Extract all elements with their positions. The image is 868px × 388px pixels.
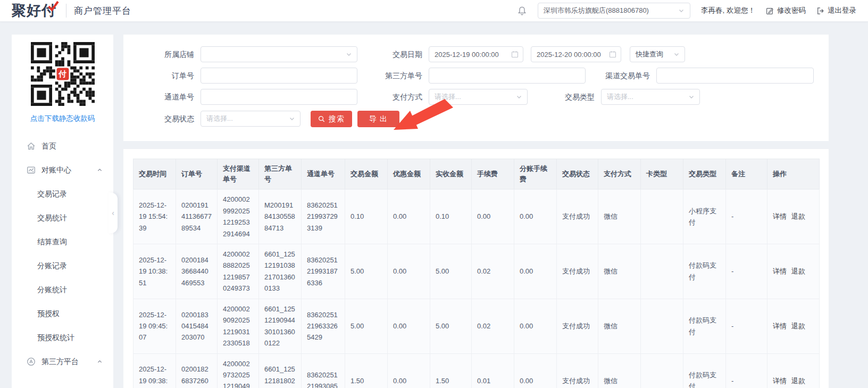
sidebar-menu: 首页对账中心交易记录交易统计结算查询分账记录分账统计预授权预授权统计第三方平台 (12, 134, 113, 374)
cell-tunnel-no: 83620251219633265429 (302, 299, 345, 353)
sidebar-item-reconcile-center[interactable]: 对账中心 (12, 158, 113, 182)
trade-type-select[interactable]: 请选择... (601, 89, 700, 105)
column-header: 卡类型 (641, 159, 683, 189)
cell-pay-channel-no: 4200002909202512190312330518 (218, 299, 259, 353)
date-to-value: 2025-12-20 00:00:00 (537, 51, 601, 59)
sidebar-item-label: 第三方平台 (41, 357, 79, 367)
logo-checkmark-icon (47, 0, 60, 13)
trade-status-select[interactable]: 请选择... (201, 111, 301, 127)
cell-split-fee: 0.00 (514, 189, 557, 244)
detail-link[interactable]: 详情 (773, 322, 787, 330)
cell-pay-channel-no: 4200002999202512192532914694 (218, 189, 259, 244)
detail-link[interactable]: 详情 (773, 377, 787, 385)
third-party-icon (27, 357, 36, 366)
trade-type-label: 交易类型 (522, 89, 595, 105)
column-header: 优惠金额 (388, 159, 430, 189)
date-from-input[interactable]: 2025-12-19 00:00:00 (429, 46, 523, 62)
chevron-down-icon (516, 94, 522, 100)
search-button[interactable]: 搜索 (311, 111, 352, 127)
cell-discount: 0.00 (388, 353, 430, 388)
cell-discount: 0.00 (388, 189, 430, 244)
cell-third-party-no: M2001918413055884713 (259, 189, 302, 244)
table-row: 2025-12-19 10:38:51020018436684404695534… (133, 244, 820, 299)
cell-received: 0.10 (430, 189, 472, 244)
sidebar-subitem-trade-stats[interactable]: 交易统计 (12, 206, 113, 230)
detail-link[interactable]: 详情 (773, 212, 787, 220)
sidebar-subitem-split-stats[interactable]: 分账统计 (12, 278, 113, 302)
shop-select[interactable] (201, 46, 357, 62)
refund-link[interactable]: 退款 (791, 377, 805, 385)
column-header: 手续费 (472, 159, 514, 189)
edit-icon (766, 7, 774, 15)
cell-received: 5.00 (430, 244, 472, 299)
transactions-table: 交易时间订单号支付渠道单号第三方单号通道单号交易金额优惠金额实收金额手续费分账手… (133, 159, 820, 388)
cell-split-fee: 0.00 (514, 299, 557, 353)
export-button[interactable]: 导 出 (357, 111, 399, 127)
cell-fee: 0.02 (472, 244, 514, 299)
cell-time: 2025-12-19 15:54:39 (133, 189, 176, 244)
cell-order-no: 02001843668440469553 (176, 244, 218, 299)
pay-method-select[interactable]: 请选择... (429, 89, 528, 105)
sidebar-collapse-handle[interactable]: ‹ (108, 193, 118, 233)
cell-third-party-no: 6601_12512191038217013600133 (259, 244, 302, 299)
cell-time: 2025-12-19 09:38:58 (133, 353, 176, 388)
sidebar-item-third-party-platform[interactable]: 第三方平台 (12, 350, 113, 374)
cell-received: 1.50 (430, 353, 472, 388)
reconcile-icon (27, 166, 36, 175)
shop-label: 所属店铺 (123, 46, 194, 62)
cell-amount: 5.00 (345, 244, 388, 299)
cell-pay-method: 微信 (598, 299, 641, 353)
quick-query-select[interactable]: 快捷查询 (630, 46, 685, 62)
cell-remark: - (726, 189, 767, 244)
column-header: 交易状态 (557, 159, 598, 189)
calendar-icon (511, 51, 519, 58)
trade-status-label: 交易状态 (123, 111, 194, 127)
detail-link[interactable]: 详情 (773, 267, 787, 275)
change-password-button[interactable]: 修改密码 (766, 6, 806, 15)
refund-link[interactable]: 退款 (791, 267, 805, 275)
cell-tunnel-no: 8362025121993085 (302, 353, 345, 388)
table-row: 2025-12-19 09:38:58020018268372605742000… (133, 353, 820, 388)
column-header: 备注 (726, 159, 767, 189)
chevron-up-icon (97, 359, 103, 365)
cell-fee: 0.00 (472, 189, 514, 244)
cell-status: 支付成功 (557, 299, 598, 353)
cell-fee: 0.01 (472, 353, 514, 388)
logout-button[interactable]: 退出登录 (816, 6, 856, 15)
channel-trade-no-input[interactable] (656, 68, 814, 84)
notification-bell-icon[interactable] (517, 6, 527, 16)
tunnel-no-input[interactable] (201, 89, 357, 105)
third-party-no-input[interactable] (429, 68, 586, 84)
cell-actions: 详情退款 (767, 353, 820, 388)
sidebar-subitem-split-records[interactable]: 分账记录 (12, 254, 113, 278)
cell-trade-type: 付款码支付 (683, 299, 726, 353)
date-from-value: 2025-12-19 00:00:00 (435, 51, 499, 59)
column-header: 分账手续费 (514, 159, 557, 189)
cell-pay-method: 微信 (598, 189, 641, 244)
cell-remark: - (726, 244, 767, 299)
column-header: 支付渠道单号 (218, 159, 259, 189)
refund-link[interactable]: 退款 (791, 322, 805, 330)
cell-status: 支付成功 (557, 189, 598, 244)
refund-link[interactable]: 退款 (791, 212, 805, 220)
sidebar-subitem-settlement-query[interactable]: 结算查询 (12, 230, 113, 254)
quick-query-value: 快捷查询 (636, 49, 663, 59)
trade-status-placeholder: 请选择... (206, 114, 233, 123)
store-selector[interactable]: 深圳市韩乐坊旗舰店(8881806780) (538, 3, 690, 19)
sidebar-subitem-trade-records[interactable]: 交易记录 (12, 182, 113, 206)
chevron-up-icon (97, 167, 103, 173)
cell-remark: - (726, 299, 767, 353)
column-header: 支付方式 (598, 159, 641, 189)
third-party-no-label: 第三方单号 (357, 68, 422, 84)
download-qr-link[interactable]: 点击下载静态收款码 (12, 114, 113, 123)
trade-type-placeholder: 请选择... (607, 92, 633, 102)
chevron-down-icon (678, 7, 685, 14)
date-to-input[interactable]: 2025-12-20 00:00:00 (531, 46, 621, 62)
cell-card-type (641, 189, 683, 244)
order-no-input[interactable] (201, 68, 357, 84)
sidebar-subitem-pre-auth[interactable]: 预授权 (12, 302, 113, 326)
trade-date-label: 交易日期 (357, 46, 422, 62)
sidebar-item-home[interactable]: 首页 (12, 134, 113, 158)
sidebar-subitem-pre-auth-stats[interactable]: 预授权统计 (12, 326, 113, 350)
chevron-down-icon (673, 51, 680, 57)
